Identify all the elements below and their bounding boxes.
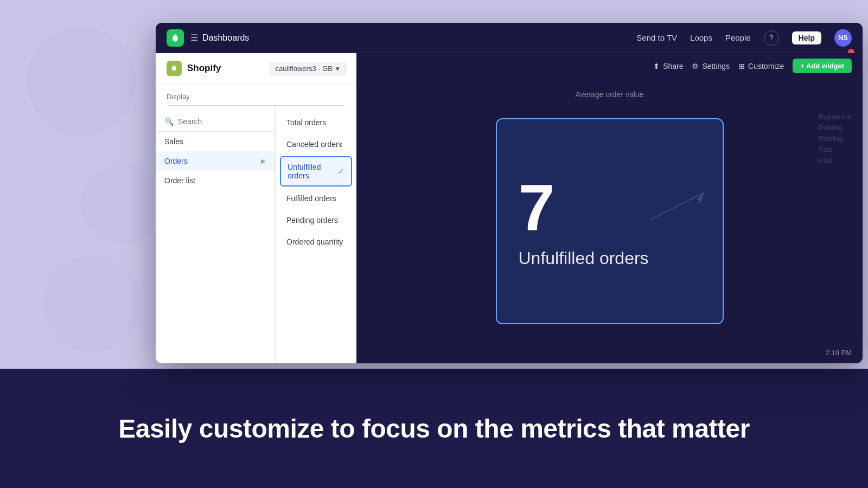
add-widget-button[interactable]: + Add widget: [793, 59, 852, 73]
menu-item-sales[interactable]: Sales: [156, 132, 275, 151]
app-window: ☰ Dashboards Send to TV Loops People ? H…: [156, 23, 863, 363]
shopify-name: Shopify: [187, 63, 264, 74]
dropdown-overlay: 🔍 Sales Orders ▶ Order list: [156, 107, 356, 363]
bottom-section: Easily customize to focus on the metrics…: [0, 369, 868, 488]
widget-number: 7: [519, 175, 555, 240]
navbar-actions: Send to TV Loops People ? Help NS: [636, 29, 852, 47]
shopify-header: Shopify cauliflowers3 - GB ▾: [156, 53, 356, 84]
navbar-title: Dashboards: [202, 33, 636, 43]
customize-button[interactable]: ⊞ Customize: [738, 62, 784, 70]
submenu-pending-orders[interactable]: Pending orders: [276, 209, 356, 231]
svg-point-0: [174, 37, 177, 40]
gear-icon: ⚙: [692, 62, 699, 70]
menu-item-order-list[interactable]: Order list: [156, 171, 275, 190]
search-icon: 🔍: [164, 117, 174, 126]
people-link[interactable]: People: [725, 33, 751, 42]
submenu-fulfilled-orders[interactable]: Fulfilled orders: [276, 188, 356, 209]
help-icon-button[interactable]: ?: [764, 30, 779, 46]
bg-list-item: Pending: [819, 123, 852, 133]
settings-button[interactable]: ⚙ Settings: [692, 62, 730, 70]
dash-sub-header: ⬆ Share ⚙ Settings ⊞ Customize + Add wid…: [356, 53, 863, 79]
share-button[interactable]: ⬆ Share: [653, 62, 683, 70]
user-avatar[interactable]: NS: [834, 29, 852, 47]
dropdown-left-menu: 🔍 Sales Orders ▶ Order list: [156, 107, 275, 363]
widget-metric: Unfulfilled orders: [519, 248, 649, 268]
dashboard-content: Average order value Payment at Pending P…: [356, 79, 863, 363]
bg-list-item: Pending: [819, 133, 852, 144]
submenu-ordered-quantity[interactable]: Ordered quantity: [276, 231, 356, 253]
left-panel: Shopify cauliflowers3 - GB ▾ Display Unf…: [156, 53, 356, 363]
bottom-tagline: Easily customize to focus on the metrics…: [118, 414, 750, 444]
help-button[interactable]: Help: [792, 31, 821, 44]
right-panel: ⬆ Share ⚙ Settings ⊞ Customize + Add wid…: [356, 53, 863, 363]
widget-label: Average order value: [576, 90, 644, 99]
orders-arrow-icon: ▶: [261, 157, 266, 165]
app-logo: [167, 29, 184, 47]
content-area: Shopify cauliflowers3 - GB ▾ Display Unf…: [156, 53, 863, 363]
navbar: ☰ Dashboards Send to TV Loops People ? H…: [156, 23, 863, 53]
bg-list-item: Payment at: [819, 112, 852, 123]
bg-list-item: Paid: [819, 144, 852, 155]
loops-link[interactable]: Loops: [690, 33, 712, 42]
dropdown-right-submenu: Total orders Canceled orders Unfulfilled…: [275, 107, 356, 363]
widget-card: 7 Unfulfilled orders: [496, 118, 724, 324]
search-input[interactable]: [178, 117, 273, 126]
check-icon: ✓: [338, 167, 344, 176]
shopify-icon: [167, 61, 182, 76]
submenu-unfulfilled-orders[interactable]: Unfulfilled orders ✓: [280, 156, 352, 187]
deco-arrow: [649, 188, 714, 220]
display-label: Display: [167, 93, 346, 101]
layout-icon: ⊞: [738, 62, 745, 70]
shopify-account-selector[interactable]: cauliflowers3 - GB ▾: [270, 62, 346, 75]
time-display: 2:19 PM: [826, 349, 852, 357]
share-icon: ⬆: [653, 62, 660, 70]
background-list: Payment at Pending Pending Paid Paid: [819, 112, 852, 166]
search-bar: 🔍: [156, 112, 275, 132]
bg-list-item: Paid: [819, 155, 852, 166]
menu-item-orders[interactable]: Orders ▶: [156, 151, 275, 171]
hamburger-icon: ☰: [190, 33, 198, 43]
send-to-tv-link[interactable]: Send to TV: [636, 33, 677, 42]
submenu-total-orders[interactable]: Total orders: [276, 112, 356, 133]
submenu-canceled-orders[interactable]: Canceled orders: [276, 133, 356, 155]
